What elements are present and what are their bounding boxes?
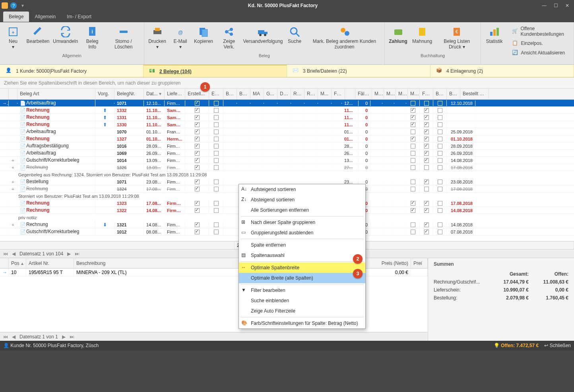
svg-rect-24: [419, 28, 425, 36]
tab-einlagerung[interactable]: 📦4 Einlagerung (2): [430, 65, 574, 77]
callout-3: 3: [353, 269, 363, 278]
table-row[interactable]: → 📄Arbeitsauftrag 1071 12.10... Firma Pl…: [0, 100, 574, 107]
col-liefer[interactable]: Liefera...: [165, 89, 185, 99]
svg-point-18: [264, 34, 266, 36]
mahnung-button[interactable]: Mahnung: [411, 25, 434, 52]
drucken-button[interactable]: Drucken▾: [147, 25, 168, 52]
table-row[interactable]: + 📄Gutschrift/Korrekturbeleg 1014 13.09.…: [0, 157, 574, 164]
svg-rect-15: [258, 30, 264, 34]
ansicht-link[interactable]: 🔄Ansicht Aktualisieren: [510, 48, 571, 57]
pager-last[interactable]: ⏭: [75, 251, 80, 257]
doc-icon: 📄: [20, 186, 25, 192]
col-dat[interactable]: Dat... ▾: [144, 89, 165, 99]
svg-rect-28: [493, 29, 496, 36]
versand-button[interactable]: Versandverfolgung: [244, 25, 282, 52]
doc-icon: 📄: [20, 108, 25, 113]
svg-point-19: [291, 28, 297, 34]
ctx-autofilter[interactable]: Zeige Auto Filterzeile: [239, 306, 365, 316]
bearbeiten-button[interactable]: Bearbeiten: [25, 25, 50, 52]
summen-panel: Summen Gesamt:Offen: Rechnung/Gutschrif.…: [428, 258, 574, 341]
filter-icon: ▼: [241, 287, 248, 294]
menu-belege[interactable]: Belege: [3, 12, 29, 22]
mark-button[interactable]: Mark. Beleg anderem Kunden zuordnen: [307, 25, 382, 52]
table-row[interactable]: 📄Rechnung 1327 01.10... Herrn... 01... 0…: [0, 135, 574, 143]
einzelpos-link[interactable]: 📋Einzelpos.: [510, 39, 571, 48]
dropdown-icon[interactable]: ▾: [19, 3, 24, 8]
table-row[interactable]: 📄Arbeitsauftrag 1070 01.10... Franz T...…: [0, 128, 574, 135]
svg-point-11: [230, 28, 233, 31]
table-row[interactable]: 📄Rechnung ⬆ 1332 11.10... Samme... 11...…: [0, 107, 574, 114]
bestfit-icon: ↔: [241, 265, 248, 271]
col-belegnr[interactable]: BelegNr.: [114, 89, 144, 99]
col-belegart[interactable]: Beleg Art: [17, 89, 95, 99]
suche-button[interactable]: Suche: [284, 25, 305, 52]
table-row[interactable]: + 📄Rechnung 1326 13.09... Firma Pl... 27…: [0, 164, 574, 171]
table-row[interactable]: 📄Rechnung ⬆ 1331 11.10... Samme... 11...…: [0, 114, 574, 121]
beleginfo-button[interactable]: iBeleg Info: [80, 25, 104, 52]
zeigeverk-button[interactable]: Zeige Verk.: [216, 25, 242, 52]
kopieren-button[interactable]: Kopieren: [193, 25, 215, 52]
ctx-font-color[interactable]: 🎨Farb/Schrifteinstellungen für Spalte: B…: [239, 318, 365, 328]
svg-rect-9: [202, 29, 207, 37]
ctx-col-remove[interactable]: Spalte entfernen: [239, 240, 365, 250]
main-grid: 1 Beleg Art Vorg. BelegNr. Dat... ▾ Lief…: [0, 89, 574, 249]
groupby-bar[interactable]: Ziehen Sie eine Spaltenüberschrift in di…: [0, 77, 574, 89]
umwandeln-button[interactable]: Umwandeln: [52, 25, 79, 52]
tab-briefe[interactable]: ✉️3 Briefe/Dateien (22): [287, 65, 430, 77]
statistik-button[interactable]: Statistik: [483, 25, 505, 57]
svg-text:€: €: [456, 29, 458, 35]
group-buch-label: Buchhaltung: [387, 52, 479, 58]
menu-allgemein[interactable]: Allgemein: [29, 12, 61, 22]
svg-rect-4: [120, 31, 128, 33]
menu-imexport[interactable]: Im- / Export: [61, 12, 97, 22]
beleglisten-button[interactable]: €Beleg Listen Druck ▾: [435, 25, 478, 52]
tab-belege[interactable]: 💵2 Belege (104): [144, 65, 287, 77]
ctx-col-chooser[interactable]: ▤Spaltenauswahl: [239, 250, 365, 261]
doc-icon: 📄: [20, 136, 25, 142]
status-close-button[interactable]: ↩ Schließen: [544, 343, 571, 348]
ctx-bestfit-all[interactable]: Optimale Breite (alle Spalten): [239, 273, 365, 283]
ctx-sort-clear[interactable]: Alle Sortierungen entfernen: [239, 205, 365, 215]
pager-detail: ⏮◀ Datensatz 1 von 1 ▶⏭: [0, 332, 428, 341]
offene-link[interactable]: 🛒Offene Kundenbestellungen: [510, 25, 571, 38]
ctx-sort-desc[interactable]: Z↓Absteigend sortieren: [239, 195, 365, 205]
table-row[interactable]: 📄Arbeitsauftrag 1069 26.09... Firma Pl..…: [0, 150, 574, 157]
context-menu: A↓Aufsteigend sortieren Z↓Absteigend sor…: [239, 184, 366, 329]
email-button[interactable]: @E-Mail▾: [170, 25, 191, 52]
neu-button[interactable]: +Neu▾: [2, 25, 24, 52]
storno-button[interactable]: Storno / Löschen: [106, 25, 141, 52]
zahlung-button[interactable]: Zahlung: [387, 25, 409, 52]
sort-desc-icon: Z↓: [241, 197, 248, 203]
table-row[interactable]: 📄Auftragsbestätigung 1016 28.09... Firma…: [0, 143, 574, 150]
col-erle[interactable]: Erle...: [209, 89, 223, 99]
svg-rect-23: [394, 29, 402, 35]
status-offen: 💡 Offen: 7.472,57 €: [494, 343, 539, 348]
doc-icon: 📄: [20, 229, 25, 235]
close-button[interactable]: ✕: [565, 3, 569, 8]
doc-icon: 📄: [20, 165, 25, 170]
tab-kunde[interactable]: 👤1 Kunde: 50000|PlusFakt Factory: [0, 65, 144, 77]
ctx-groupfield-hide[interactable]: ▭Gruppierungsfeld ausblenden: [239, 228, 365, 238]
pager-first[interactable]: ⏮: [3, 251, 8, 257]
app-icon: [2, 2, 8, 9]
pager-prev[interactable]: ◀: [12, 251, 16, 257]
ctx-sort-asc[interactable]: A↓Aufsteigend sortieren: [239, 184, 365, 195]
ctx-group[interactable]: ⊞Nach dieser Spalte gruppieren: [239, 217, 365, 228]
minimize-button[interactable]: —: [542, 3, 547, 8]
table-row[interactable]: 📄Rechnung ⬆ 1330 11.10... Samme... 11...…: [0, 121, 574, 128]
col-vorg[interactable]: Vorg.: [95, 89, 114, 99]
doc-icon: 📄: [20, 201, 25, 206]
ctx-search-show[interactable]: Suche einblenden: [239, 295, 365, 306]
ctx-bestfit[interactable]: ↔Optimale Spaltenbreite: [239, 263, 365, 273]
pager-next[interactable]: ▶: [67, 251, 71, 257]
mail-icon: ✉️: [293, 68, 300, 75]
svg-point-17: [259, 34, 262, 36]
window-title: Kd. Nr. 50000 PlusFakt Factory: [24, 3, 542, 8]
maximize-button[interactable]: ☐: [554, 3, 558, 8]
help-icon[interactable]: ?: [10, 2, 17, 9]
palette-icon: 🎨: [241, 320, 248, 326]
svg-point-10: [225, 30, 228, 33]
sort-asc-icon: A↓: [241, 186, 248, 193]
ctx-filter-edit[interactable]: ▼Filter bearbeiten: [239, 285, 365, 295]
cart-icon: 🛒: [512, 28, 518, 35]
